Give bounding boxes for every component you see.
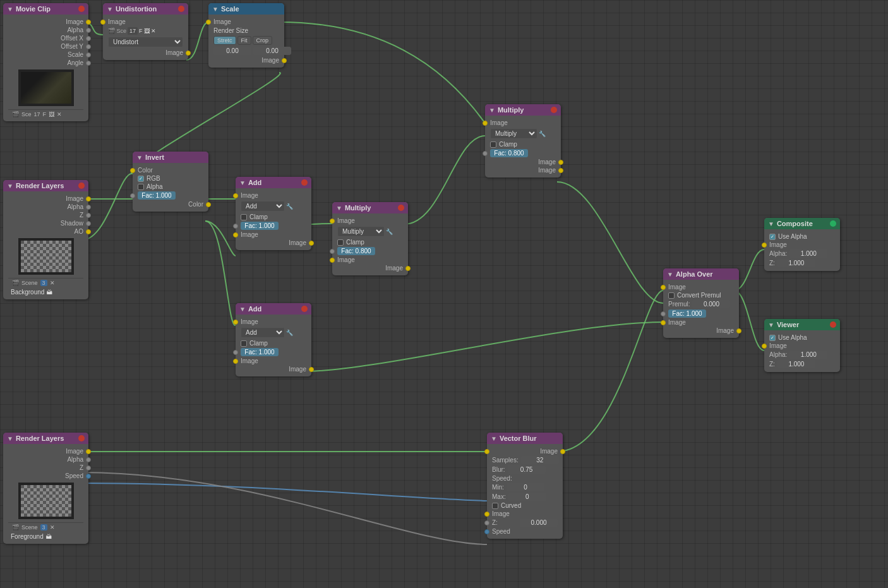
vb-output-image[interactable]: [560, 449, 565, 454]
output-socket-image[interactable]: [558, 160, 563, 165]
scale-fit-btn[interactable]: Fit: [237, 36, 251, 45]
add2-header: ▼ Add: [236, 303, 311, 315]
multiply2-fac-socket[interactable]: [483, 151, 488, 156]
fg-output-image[interactable]: [86, 449, 91, 454]
movie-clip-footer: 🎬 Sce 17 F 🖼 ✕: [8, 109, 83, 119]
multiply1-img1-socket[interactable]: [330, 258, 335, 263]
fg-output-speed[interactable]: [86, 474, 91, 479]
ao-input-image[interactable]: [661, 285, 666, 290]
input-socket-image[interactable]: [100, 20, 105, 25]
add1-mode-select[interactable]: Add: [241, 201, 285, 212]
output-socket-alpha[interactable]: [86, 28, 91, 33]
output-socket-image2[interactable]: [558, 168, 563, 173]
undistortion-header: ▼ Undistortion: [103, 3, 188, 15]
output-socket-image[interactable]: [86, 20, 91, 25]
output-socket-ao[interactable]: [86, 229, 91, 234]
viewer-input-image[interactable]: [762, 344, 767, 349]
output-socket-color[interactable]: [206, 202, 211, 207]
add2-fac-value[interactable]: Fac: 1.000: [241, 348, 279, 356]
output-socket-image[interactable]: [86, 196, 91, 201]
multiply2-fac-value[interactable]: Fac: 0.800: [490, 149, 528, 157]
add1-fac-value[interactable]: Fac: 1.000: [241, 222, 279, 230]
vb-z-value[interactable]: 0.000: [520, 519, 558, 527]
undistortion-body: Image 🎬 Sce 17 F 🖼 ✕ Undistort Image: [103, 15, 188, 60]
movie-clip-dot: [78, 6, 85, 12]
input-socket-image[interactable]: [233, 193, 238, 198]
composite-z-value[interactable]: 1.000: [777, 259, 815, 267]
output-socket-shadow[interactable]: [86, 221, 91, 226]
output-socket-angle[interactable]: [86, 61, 91, 66]
vb-input-image2[interactable]: [484, 512, 489, 517]
scale-x-value[interactable]: 0.00: [213, 47, 251, 55]
output-socket-scale[interactable]: [86, 52, 91, 57]
output-socket-image[interactable]: [405, 266, 411, 271]
vb-samples-value[interactable]: 32: [521, 456, 559, 464]
movie-clip-node: ▼ Movie Clip Image Alpha Offset X Offset…: [3, 3, 88, 121]
output-socket-image[interactable]: [736, 328, 741, 333]
multiply1-title: Multiply: [345, 204, 371, 212]
vb-blur-value[interactable]: 0.75: [508, 465, 546, 474]
output-row-image: Image: [8, 18, 83, 25]
composite-title: Composite: [777, 220, 813, 227]
ao-img1-socket[interactable]: [661, 320, 666, 325]
input-socket-image[interactable]: [206, 20, 211, 25]
composite-input-image[interactable]: [762, 243, 767, 248]
multiply1-header: ▼ Multiply: [332, 202, 408, 213]
add2-img1-socket[interactable]: [233, 359, 238, 364]
viewer-z-value[interactable]: 1.000: [777, 360, 815, 368]
multiply1-mode-select[interactable]: Multiply: [337, 226, 385, 237]
add1-fac-socket[interactable]: [233, 224, 238, 229]
ao-fac-socket[interactable]: [661, 311, 666, 316]
multiply1-clamp-check[interactable]: [337, 239, 344, 246]
add1-body: Image Add 🔧 Clamp Fac: 1.000 Image Image: [236, 188, 311, 250]
vb-curved-check[interactable]: [492, 503, 498, 509]
invert-alpha-check[interactable]: [138, 184, 144, 190]
scale-y-value[interactable]: 0.00: [253, 47, 291, 55]
multiply1-fac-socket[interactable]: [330, 249, 335, 254]
scale-stretch-btn[interactable]: Stretc: [213, 36, 236, 45]
scale-crop-btn[interactable]: Crop: [253, 36, 273, 45]
add1-clamp-check[interactable]: [241, 214, 247, 220]
fg-output-alpha[interactable]: [86, 457, 91, 462]
add2-fac-socket[interactable]: [233, 350, 238, 355]
fg-output-z[interactable]: [86, 465, 91, 471]
add2-mode-select[interactable]: Add: [241, 327, 285, 338]
output-socket-offsetx[interactable]: [86, 36, 91, 41]
multiply1-dot: [398, 205, 404, 211]
vb-input-speed[interactable]: [484, 529, 489, 534]
viewer-use-alpha-check[interactable]: [769, 335, 776, 341]
vb-min-value[interactable]: 0: [507, 483, 544, 491]
invert-rgb-check[interactable]: [138, 176, 144, 182]
output-socket-z[interactable]: [86, 213, 91, 218]
ao-premul-value[interactable]: 0.000: [692, 300, 730, 308]
add1-img1-socket[interactable]: [233, 232, 238, 237]
output-socket-alpha[interactable]: [86, 205, 91, 210]
input-socket-color[interactable]: [130, 168, 135, 173]
output-socket-image[interactable]: [186, 51, 191, 56]
vb-max-value[interactable]: 0: [508, 493, 546, 501]
vb-input-z[interactable]: [484, 520, 489, 525]
invert-fac-value[interactable]: Fac: 1.000: [138, 191, 176, 200]
multiply2-mode-select[interactable]: Multiply: [490, 128, 537, 139]
vb-input-image[interactable]: [484, 449, 489, 454]
input-socket-fac[interactable]: [130, 193, 135, 198]
output-socket-image[interactable]: [309, 241, 314, 246]
ao-convert-premul-check[interactable]: [668, 292, 675, 299]
composite-alpha-value[interactable]: 1.000: [789, 249, 827, 258]
multiply1-fac-value[interactable]: Fac: 0.800: [337, 247, 375, 255]
composite-use-alpha-check[interactable]: [769, 234, 776, 240]
input-socket-image[interactable]: [330, 219, 335, 224]
output-socket-image[interactable]: [309, 367, 314, 372]
viewer-node: ▼ Viewer Use Alpha Image Alpha: 1.000 Z:…: [764, 319, 840, 372]
add2-clamp-check[interactable]: [241, 340, 247, 347]
multiply2-clamp-check[interactable]: [490, 141, 496, 148]
input-socket-image[interactable]: [233, 320, 238, 325]
render-layers-bg-title: Render Layers: [16, 182, 64, 189]
output-socket-offsety[interactable]: [86, 44, 91, 49]
ao-fac-value[interactable]: Fac: 1.000: [668, 309, 706, 318]
undistortion-title: Undistortion: [116, 5, 157, 13]
undistortion-mode-select[interactable]: Undistort: [108, 37, 183, 47]
output-socket-image[interactable]: [282, 58, 287, 63]
input-socket-image[interactable]: [483, 121, 488, 126]
viewer-alpha-value[interactable]: 1.000: [789, 351, 827, 359]
